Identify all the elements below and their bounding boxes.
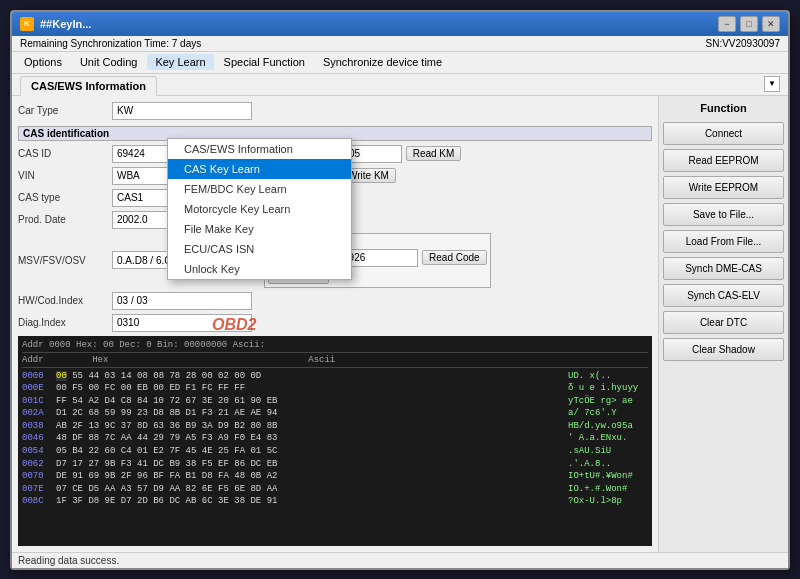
info-bar: Remaining Synchronization Time: 7 days S… — [12, 36, 788, 52]
table-row: 0070 DE 91 69 9B 2F 96 BF FA B1 D8 FA 48… — [22, 470, 648, 483]
connect-button[interactable]: Connect — [663, 122, 784, 145]
dropdown-item-5[interactable]: ECU/CAS ISN — [168, 239, 351, 259]
table-row: 0000 00 55 44 03 14 08 08 78 28 00 02 00… — [22, 370, 648, 383]
tab-cas-ews[interactable]: CAS/EWS Information — [20, 76, 157, 96]
synch-dme-cas-button[interactable]: Synch DME-CAS — [663, 257, 784, 280]
dropdown-item-4[interactable]: File Make Key — [168, 219, 351, 239]
table-row: 008C 1F 3F D8 9E D7 2D B6 DC AB 6C 3E 38… — [22, 495, 648, 508]
dropdown-item-0[interactable]: CAS/EWS Information — [168, 139, 351, 159]
status-bar: Reading data success. — [12, 552, 788, 568]
function-panel-title: Function — [663, 102, 784, 114]
cas-type-label: CAS type — [18, 192, 108, 203]
table-row: 0062 D7 17 27 9B F3 41 DC B9 38 F5 EF 86… — [22, 458, 648, 471]
close-button[interactable]: ✕ — [762, 16, 780, 32]
hex-info-header: Addr 0000 Hex: 00 Dec: 0 Bin: 00000000 A… — [22, 340, 648, 353]
hw-input[interactable] — [112, 292, 252, 310]
write-eeprom-button[interactable]: Write EEPROM — [663, 176, 784, 199]
msv-label: MSV/FSV/OSV — [18, 255, 108, 266]
table-row: 007E 07 CE D5 AA A3 57 D9 AA 82 6E F5 6E… — [22, 483, 648, 496]
car-type-row: Car Type — [18, 102, 652, 120]
maximize-button[interactable]: □ — [740, 16, 758, 32]
menu-special-function[interactable]: Special Function — [216, 54, 313, 70]
app-icon: K — [20, 17, 34, 31]
car-type-input[interactable] — [112, 102, 252, 120]
hex-header-text: Addr 0000 Hex: 00 Dec: 0 Bin: 00000000 A… — [22, 340, 265, 350]
cas-id-label: CAS ID — [18, 148, 108, 159]
save-to-file-button[interactable]: Save to File... — [663, 203, 784, 226]
main-content: CAS/EWS Information CAS Key Learn FEM/BD… — [12, 96, 788, 552]
clear-shadow-button[interactable]: Clear Shadow — [663, 338, 784, 361]
load-from-file-button[interactable]: Load From File... — [663, 230, 784, 253]
diag-label: Diag.Index — [18, 317, 108, 328]
clear-dtc-button[interactable]: Clear DTC — [663, 311, 784, 334]
table-row: 000E 00 F5 00 FC 00 EB 00 ED F1 FC FF FF… — [22, 382, 648, 395]
menu-sync-device[interactable]: Synchronize device time — [315, 54, 450, 70]
menu-options[interactable]: Options — [16, 54, 70, 70]
table-row: 002A D1 2C 68 59 99 23 D8 8B D1 F3 21 AE… — [22, 407, 648, 420]
tab-dropdown-arrow[interactable]: ▼ — [764, 76, 780, 92]
window-title: ##KeyIn... — [40, 18, 91, 30]
main-window: K ##KeyIn... − □ ✕ Remaining Synchroniza… — [10, 10, 790, 570]
right-panel: Function Connect Read EEPROM Write EEPRO… — [658, 96, 788, 552]
vin-label: VIN — [18, 170, 108, 181]
tab-bar: CAS/EWS Information ▼ — [12, 74, 788, 96]
hw-row: HW/Cod.Index OBD2 — [18, 292, 652, 310]
sn-text: SN:VV20930097 — [705, 38, 780, 49]
title-bar: K ##KeyIn... − □ ✕ — [12, 12, 788, 36]
table-row: 001C FF 54 A2 D4 C8 84 10 72 67 3E 20 61… — [22, 395, 648, 408]
dropdown-item-6[interactable]: Unlock Key — [168, 259, 351, 279]
hex-col-header-text: Addr Hex Ascii — [22, 355, 335, 365]
synch-cas-elv-button[interactable]: Synch CAS-ELV — [663, 284, 784, 307]
sync-time-text: Remaining Synchronization Time: 7 days — [20, 38, 201, 49]
status-message: Reading data success. — [18, 555, 119, 566]
diag-row: Diag.Index — [18, 314, 652, 332]
dropdown-item-1[interactable]: CAS Key Learn — [168, 159, 351, 179]
prod-date-label: Prod. Date — [18, 214, 108, 225]
title-bar-controls: − □ ✕ — [718, 16, 780, 32]
table-row: 0054 05 B4 22 60 C4 01 E2 7F 45 4E 25 FA… — [22, 445, 648, 458]
hex-col-header: Addr Hex Ascii — [22, 355, 648, 368]
menu-unit-coding[interactable]: Unit Coding — [72, 54, 145, 70]
read-km-button[interactable]: Read KM — [406, 146, 462, 161]
table-row: 0046 48 DF 88 7C AA 44 29 79 A5 F3 A9 F0… — [22, 432, 648, 445]
diag-input[interactable] — [112, 314, 252, 332]
hw-label: HW/Cod.Index — [18, 295, 108, 306]
menu-key-learn[interactable]: Key Learn — [147, 54, 213, 70]
minimize-button[interactable]: − — [718, 16, 736, 32]
read-eeprom-button[interactable]: Read EEPROM — [663, 149, 784, 172]
title-bar-left: K ##KeyIn... — [20, 17, 91, 31]
table-row: 0038 AB 2F 13 9C 37 8D 63 36 B9 3A D9 B2… — [22, 420, 648, 433]
dropdown-item-3[interactable]: Motorcycle Key Learn — [168, 199, 351, 219]
hex-viewer: Addr 0000 Hex: 00 Dec: 0 Bin: 00000000 A… — [18, 336, 652, 546]
dropdown-menu: CAS/EWS Information CAS Key Learn FEM/BD… — [167, 138, 352, 280]
menu-bar: Options Unit Coding Key Learn Special Fu… — [12, 52, 788, 74]
car-type-label: Car Type — [18, 105, 108, 116]
read-code-button[interactable]: Read Code — [422, 250, 487, 265]
dropdown-item-2[interactable]: FEM/BDC Key Learn — [168, 179, 351, 199]
